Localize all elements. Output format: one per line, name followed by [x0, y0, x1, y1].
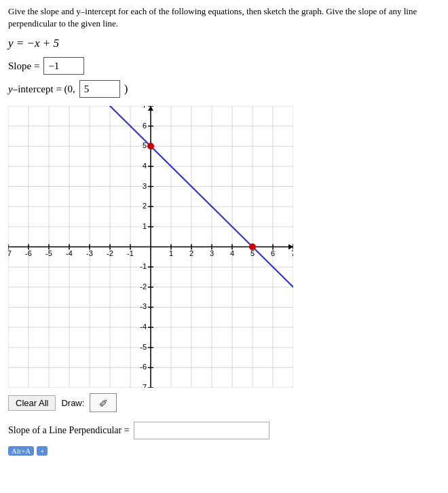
alt-a-button[interactable]: Alt+A: [8, 446, 34, 456]
intercept-input[interactable]: [79, 80, 120, 98]
clear-all-button[interactable]: Clear All: [8, 395, 56, 411]
draw-button[interactable]: ✏: [90, 393, 117, 412]
instructions-text: Give the slope and y–intercept for each …: [8, 5, 440, 30]
draw-label: Draw:: [61, 398, 84, 408]
alt-bar: Alt+A +: [8, 446, 440, 456]
intercept-close-paren: ): [124, 82, 128, 96]
button-row: Clear All Draw: ✏: [8, 393, 440, 412]
equation-display: y = −x + 5: [8, 37, 440, 50]
graph-area: [8, 106, 293, 388]
perp-label: Slope of a Line Perpendicular =: [8, 425, 130, 436]
perpendicular-row: Slope of a Line Perpendicular =: [8, 422, 440, 439]
perp-input[interactable]: [134, 422, 269, 439]
intercept-label: y–intercept = (0,: [8, 84, 75, 95]
slope-label: Slope =: [8, 60, 39, 72]
slope-input[interactable]: [43, 57, 84, 75]
pencil-icon: ✏: [96, 395, 111, 411]
plus-button[interactable]: +: [37, 446, 48, 456]
